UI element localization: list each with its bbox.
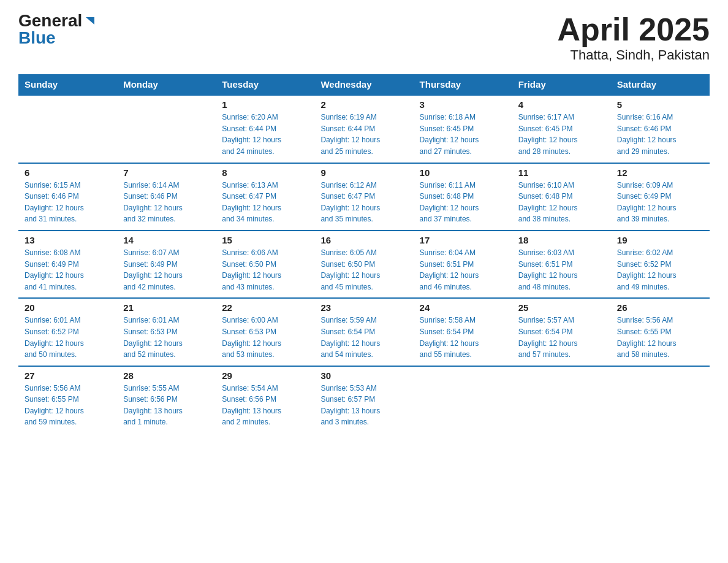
calendar-cell: 2Sunrise: 6:19 AM Sunset: 6:44 PM Daylig…	[314, 95, 413, 163]
day-number: 24	[420, 302, 506, 313]
day-info: Sunrise: 6:01 AM Sunset: 6:53 PM Dayligh…	[123, 315, 210, 360]
day-info: Sunrise: 5:53 AM Sunset: 6:57 PM Dayligh…	[320, 383, 407, 428]
day-info: Sunrise: 6:17 AM Sunset: 6:45 PM Dayligh…	[518, 112, 605, 157]
weekday-header-friday: Friday	[512, 74, 611, 95]
calendar-cell: 11Sunrise: 6:10 AM Sunset: 6:48 PM Dayli…	[512, 163, 611, 231]
day-info: Sunrise: 5:59 AM Sunset: 6:54 PM Dayligh…	[320, 315, 407, 360]
logo: General Blue	[18, 12, 97, 47]
day-info: Sunrise: 6:20 AM Sunset: 6:44 PM Dayligh…	[222, 112, 308, 157]
calendar-table: SundayMondayTuesdayWednesdayThursdayFrid…	[18, 74, 710, 433]
day-info: Sunrise: 5:57 AM Sunset: 6:54 PM Dayligh…	[518, 315, 605, 360]
calendar-week-row: 1Sunrise: 6:20 AM Sunset: 6:44 PM Daylig…	[18, 95, 710, 163]
calendar-cell	[18, 95, 117, 163]
calendar-cell	[117, 95, 216, 163]
day-number: 9	[320, 167, 407, 178]
calendar-cell: 5Sunrise: 6:16 AM Sunset: 6:46 PM Daylig…	[611, 95, 710, 163]
day-number: 23	[320, 302, 407, 313]
calendar-cell: 29Sunrise: 5:54 AM Sunset: 6:56 PM Dayli…	[216, 366, 314, 433]
day-number: 22	[222, 302, 308, 313]
day-number: 12	[617, 167, 703, 178]
day-number: 20	[25, 302, 111, 313]
day-info: Sunrise: 5:58 AM Sunset: 6:54 PM Dayligh…	[420, 315, 506, 360]
day-number: 29	[222, 370, 308, 381]
logo-general-text: General	[18, 12, 82, 29]
calendar-cell: 26Sunrise: 5:56 AM Sunset: 6:55 PM Dayli…	[611, 298, 710, 366]
day-info: Sunrise: 6:09 AM Sunset: 6:49 PM Dayligh…	[617, 180, 703, 225]
day-number: 8	[222, 167, 308, 178]
day-info: Sunrise: 6:04 AM Sunset: 6:51 PM Dayligh…	[420, 247, 506, 293]
day-number: 1	[222, 99, 308, 110]
calendar-cell	[512, 366, 611, 433]
day-info: Sunrise: 6:06 AM Sunset: 6:50 PM Dayligh…	[222, 247, 308, 293]
calendar-cell: 23Sunrise: 5:59 AM Sunset: 6:54 PM Dayli…	[314, 298, 413, 366]
day-info: Sunrise: 6:11 AM Sunset: 6:48 PM Dayligh…	[420, 180, 506, 225]
calendar-cell: 16Sunrise: 6:05 AM Sunset: 6:50 PM Dayli…	[314, 231, 413, 298]
day-number: 18	[518, 235, 605, 245]
calendar-cell: 30Sunrise: 5:53 AM Sunset: 6:57 PM Dayli…	[314, 366, 413, 433]
day-number: 4	[518, 99, 605, 110]
calendar-cell: 7Sunrise: 6:14 AM Sunset: 6:46 PM Daylig…	[117, 163, 216, 231]
calendar-cell	[611, 366, 710, 433]
title-block: April 2025 Thatta, Sindh, Pakistan	[557, 12, 710, 63]
day-number: 19	[617, 235, 703, 245]
day-info: Sunrise: 6:00 AM Sunset: 6:53 PM Dayligh…	[222, 315, 308, 360]
calendar-week-row: 27Sunrise: 5:56 AM Sunset: 6:55 PM Dayli…	[18, 366, 710, 433]
day-number: 3	[420, 99, 506, 110]
weekday-header-tuesday: Tuesday	[216, 74, 314, 95]
calendar-cell: 27Sunrise: 5:56 AM Sunset: 6:55 PM Dayli…	[18, 366, 117, 433]
calendar-cell	[414, 366, 512, 433]
calendar-cell: 14Sunrise: 6:07 AM Sunset: 6:49 PM Dayli…	[117, 231, 216, 298]
calendar-location: Thatta, Sindh, Pakistan	[557, 47, 710, 63]
weekday-header-sunday: Sunday	[18, 74, 117, 95]
calendar-cell: 20Sunrise: 6:01 AM Sunset: 6:52 PM Dayli…	[18, 298, 117, 366]
calendar-cell: 17Sunrise: 6:04 AM Sunset: 6:51 PM Dayli…	[414, 231, 512, 298]
day-number: 6	[25, 167, 111, 178]
calendar-cell: 15Sunrise: 6:06 AM Sunset: 6:50 PM Dayli…	[216, 231, 314, 298]
day-number: 28	[123, 370, 210, 381]
day-info: Sunrise: 6:13 AM Sunset: 6:47 PM Dayligh…	[222, 180, 308, 225]
day-info: Sunrise: 6:07 AM Sunset: 6:49 PM Dayligh…	[123, 247, 210, 293]
day-info: Sunrise: 6:12 AM Sunset: 6:47 PM Dayligh…	[320, 180, 407, 225]
svg-marker-0	[86, 17, 94, 25]
calendar-cell: 12Sunrise: 6:09 AM Sunset: 6:49 PM Dayli…	[611, 163, 710, 231]
calendar-cell: 3Sunrise: 6:18 AM Sunset: 6:45 PM Daylig…	[414, 95, 512, 163]
calendar-week-row: 6Sunrise: 6:15 AM Sunset: 6:46 PM Daylig…	[18, 163, 710, 231]
page-header: General Blue April 2025 Thatta, Sindh, P…	[18, 12, 710, 63]
day-number: 30	[320, 370, 407, 381]
day-number: 15	[222, 235, 308, 245]
day-info: Sunrise: 6:14 AM Sunset: 6:46 PM Dayligh…	[123, 180, 210, 225]
weekday-header-thursday: Thursday	[414, 74, 512, 95]
calendar-week-row: 20Sunrise: 6:01 AM Sunset: 6:52 PM Dayli…	[18, 298, 710, 366]
calendar-header-row: SundayMondayTuesdayWednesdayThursdayFrid…	[18, 74, 710, 95]
day-info: Sunrise: 6:10 AM Sunset: 6:48 PM Dayligh…	[518, 180, 605, 225]
day-info: Sunrise: 6:01 AM Sunset: 6:52 PM Dayligh…	[25, 315, 111, 360]
day-number: 27	[25, 370, 111, 381]
day-info: Sunrise: 6:15 AM Sunset: 6:46 PM Dayligh…	[25, 180, 111, 225]
day-info: Sunrise: 5:56 AM Sunset: 6:55 PM Dayligh…	[25, 383, 111, 428]
day-info: Sunrise: 5:56 AM Sunset: 6:55 PM Dayligh…	[617, 315, 703, 360]
calendar-cell: 10Sunrise: 6:11 AM Sunset: 6:48 PM Dayli…	[414, 163, 512, 231]
calendar-cell: 21Sunrise: 6:01 AM Sunset: 6:53 PM Dayli…	[117, 298, 216, 366]
day-number: 11	[518, 167, 605, 178]
calendar-cell: 22Sunrise: 6:00 AM Sunset: 6:53 PM Dayli…	[216, 298, 314, 366]
day-number: 5	[617, 99, 703, 110]
day-info: Sunrise: 6:02 AM Sunset: 6:52 PM Dayligh…	[617, 247, 703, 293]
weekday-header-saturday: Saturday	[611, 74, 710, 95]
day-number: 17	[420, 235, 506, 245]
calendar-cell: 8Sunrise: 6:13 AM Sunset: 6:47 PM Daylig…	[216, 163, 314, 231]
calendar-cell: 25Sunrise: 5:57 AM Sunset: 6:54 PM Dayli…	[512, 298, 611, 366]
day-info: Sunrise: 6:08 AM Sunset: 6:49 PM Dayligh…	[25, 247, 111, 293]
day-info: Sunrise: 6:16 AM Sunset: 6:46 PM Dayligh…	[617, 112, 703, 157]
day-number: 16	[320, 235, 407, 245]
weekday-header-monday: Monday	[117, 74, 216, 95]
day-number: 26	[617, 302, 703, 313]
day-info: Sunrise: 6:05 AM Sunset: 6:50 PM Dayligh…	[320, 247, 407, 293]
calendar-cell: 13Sunrise: 6:08 AM Sunset: 6:49 PM Dayli…	[18, 231, 117, 298]
logo-arrow-icon	[83, 15, 97, 28]
day-info: Sunrise: 6:18 AM Sunset: 6:45 PM Dayligh…	[420, 112, 506, 157]
calendar-cell: 19Sunrise: 6:02 AM Sunset: 6:52 PM Dayli…	[611, 231, 710, 298]
day-number: 14	[123, 235, 210, 245]
calendar-cell: 9Sunrise: 6:12 AM Sunset: 6:47 PM Daylig…	[314, 163, 413, 231]
weekday-header-wednesday: Wednesday	[314, 74, 413, 95]
calendar-cell: 24Sunrise: 5:58 AM Sunset: 6:54 PM Dayli…	[414, 298, 512, 366]
